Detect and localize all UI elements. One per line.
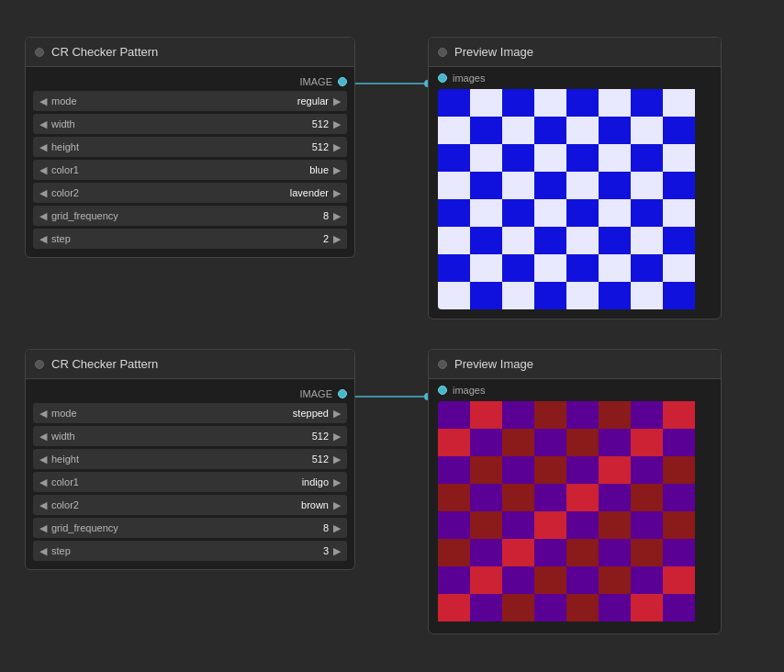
- node2-output-dot[interactable]: [338, 389, 347, 398]
- checker-cell: [631, 89, 663, 117]
- node1-mode-left[interactable]: ◀: [37, 96, 50, 106]
- node1-height-value: 512: [312, 141, 330, 152]
- node2-step-label: step: [50, 545, 323, 556]
- checker-cell: [534, 117, 566, 144]
- checker-cell: [470, 282, 502, 309]
- node2-mode-right[interactable]: ▶: [330, 409, 343, 419]
- preview1-header: Preview Image: [429, 38, 721, 67]
- checker-cell: [663, 227, 695, 254]
- node2-param-color2: ◀ color2 brown ▶: [33, 495, 347, 515]
- node2-color2-value: brown: [301, 499, 330, 510]
- node2-height-label: height: [50, 454, 312, 465]
- node1-header: CR Checker Pattern: [26, 38, 354, 67]
- checker-cell: [534, 199, 566, 227]
- node2-step-value: 3: [323, 545, 330, 556]
- node1-color2-right[interactable]: ▶: [330, 188, 343, 198]
- checker-cell: [631, 144, 663, 172]
- preview2-title: Preview Image: [454, 357, 533, 371]
- node1-color2-label: color2: [50, 187, 290, 198]
- checker-cell: [566, 282, 599, 309]
- node2-width-label: width: [50, 431, 312, 442]
- checker-cell: [566, 117, 599, 144]
- node2-grid-right[interactable]: ▶: [330, 523, 343, 533]
- checker-pattern-node-1: CR Checker Pattern IMAGE ◀ mode regular …: [25, 37, 355, 258]
- checker-cell: [502, 282, 534, 309]
- node2-header: CR Checker Pattern: [26, 350, 354, 379]
- node1-color1-right[interactable]: ▶: [330, 165, 343, 175]
- preview2-header: Preview Image: [429, 350, 721, 379]
- node1-output-dot[interactable]: [338, 77, 347, 86]
- node2-color1-left[interactable]: ◀: [37, 477, 50, 487]
- checker-cell: [534, 282, 566, 309]
- checker-cell: [534, 89, 566, 117]
- checker-cell: [470, 199, 502, 227]
- checker-cell: [502, 144, 534, 172]
- node2-image-label: IMAGE: [300, 388, 332, 399]
- preview2-input-dot[interactable]: [438, 386, 447, 395]
- node1-step-left[interactable]: ◀: [37, 234, 50, 244]
- node1-color2-value: lavender: [290, 187, 330, 198]
- checker-cell: [566, 254, 599, 282]
- node1-param-height: ◀ height 512 ▶: [33, 137, 347, 157]
- node2-param-grid-freq: ◀ grid_frequency 8 ▶: [33, 518, 347, 538]
- checker-cell: [631, 117, 663, 144]
- checker-cell: [663, 282, 695, 309]
- checker-cell: [534, 172, 566, 199]
- checker-cell: [438, 144, 470, 172]
- node2-step-left[interactable]: ◀: [37, 546, 50, 556]
- node1-mode-right[interactable]: ▶: [330, 96, 343, 106]
- checker-cell: [438, 199, 470, 227]
- node2-color1-right[interactable]: ▶: [330, 477, 343, 487]
- node1-height-left[interactable]: ◀: [37, 142, 50, 152]
- node2-color1-value: indigo: [302, 476, 330, 487]
- node1-color1-left[interactable]: ◀: [37, 165, 50, 175]
- checker-cell: [438, 117, 470, 144]
- checker-cell: [502, 254, 534, 282]
- node2-color2-right[interactable]: ▶: [330, 500, 343, 510]
- node1-grid-label: grid_frequency: [50, 210, 323, 221]
- node2-mode-left[interactable]: ◀: [37, 409, 50, 419]
- node1-height-label: height: [50, 141, 312, 152]
- node2-grid-left[interactable]: ◀: [37, 523, 50, 533]
- preview-image-node-1: Preview Image images: [428, 37, 722, 319]
- node1-step-label: step: [50, 233, 323, 244]
- node1-color2-left[interactable]: ◀: [37, 188, 50, 198]
- node1-step-value: 2: [323, 233, 330, 244]
- node2-step-right[interactable]: ▶: [330, 546, 343, 556]
- node2-param-color1: ◀ color1 indigo ▶: [33, 472, 347, 492]
- checker-cell: [502, 199, 534, 227]
- node2-width-right[interactable]: ▶: [330, 431, 343, 442]
- checker-cell: [534, 254, 566, 282]
- node1-height-right[interactable]: ▶: [330, 142, 343, 152]
- node2-param-height: ◀ height 512 ▶: [33, 449, 347, 469]
- node2-width-left[interactable]: ◀: [37, 431, 50, 442]
- checker-cell: [566, 227, 599, 254]
- node2-color2-left[interactable]: ◀: [37, 500, 50, 510]
- checker-cell: [599, 254, 631, 282]
- node1-width-label: width: [50, 118, 312, 129]
- checker-cell: [599, 144, 631, 172]
- checker-cell: [566, 172, 599, 199]
- node2-grid-label: grid_frequency: [50, 522, 323, 533]
- node1-grid-left[interactable]: ◀: [37, 211, 50, 221]
- node2-height-left[interactable]: ◀: [37, 454, 50, 465]
- node2-height-value: 512: [312, 454, 330, 465]
- preview1-input-dot[interactable]: [438, 73, 447, 83]
- node1-image-label: IMAGE: [300, 76, 332, 87]
- checker-cell: [470, 172, 502, 199]
- checker-cell: [631, 199, 663, 227]
- node1-grid-right[interactable]: ▶: [330, 211, 343, 221]
- node2-color1-label: color1: [50, 476, 302, 487]
- checker-cell: [438, 89, 470, 117]
- node2-color2-label: color2: [50, 499, 301, 510]
- checker-cell: [631, 254, 663, 282]
- node2-image-row: IMAGE: [33, 385, 347, 403]
- node1-step-right[interactable]: ▶: [330, 234, 343, 244]
- checker-cell: [470, 227, 502, 254]
- node1-mode-label: mode: [50, 95, 297, 106]
- preview1-status-dot: [438, 48, 447, 57]
- node1-width-right[interactable]: ▶: [330, 119, 343, 129]
- node2-height-right[interactable]: ▶: [330, 454, 343, 465]
- node2-body: IMAGE ◀ mode stepped ▶ ◀ width 512 ▶ ◀ h…: [26, 379, 354, 569]
- node1-width-left[interactable]: ◀: [37, 119, 50, 129]
